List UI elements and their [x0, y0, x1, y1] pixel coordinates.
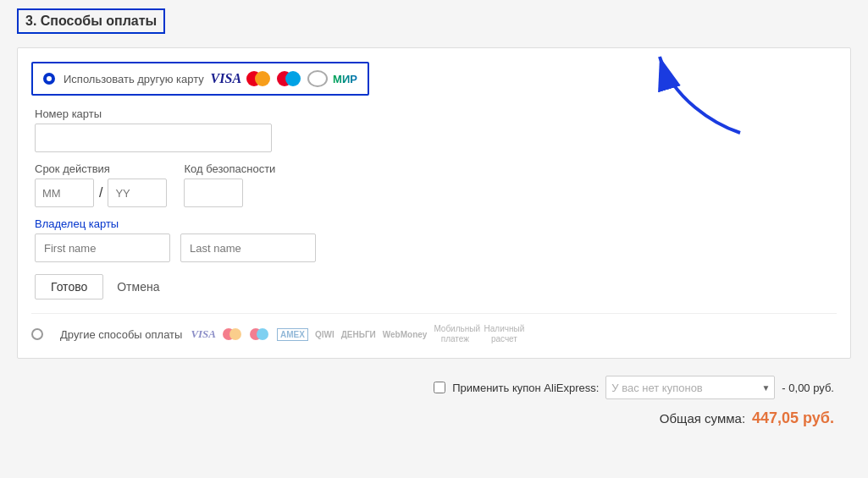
other-mobile-icon: Мобильный платеж — [434, 324, 476, 344]
maestro-icon — [277, 70, 302, 87]
other-payment-label: Другие способы оплаты — [60, 328, 182, 341]
cardholder-label: Владелец карты — [35, 217, 837, 230]
expiry-group: Срок действия / — [35, 162, 167, 207]
bottom-section: Применить купон AliExpress: У вас нет ку… — [17, 376, 851, 427]
card-icons-group: VISA МИР — [211, 70, 357, 87]
other-webmoney-icon: WebMoney — [383, 330, 428, 339]
total-value: 447,05 руб. — [752, 409, 834, 427]
other-cash-icon: Наличный расчет — [483, 324, 525, 344]
total-row: Общая сумма: 447,05 руб. — [660, 409, 834, 427]
use-other-card-option[interactable]: Использовать другую карту VISA МИР — [31, 62, 369, 96]
diners-icon — [307, 70, 328, 87]
other-maestro-icon — [250, 327, 270, 341]
first-name-input[interactable] — [35, 234, 170, 262]
coupon-label: Применить купон AliExpress: — [452, 382, 599, 394]
cvv-label: Код безопасности — [184, 162, 275, 175]
name-row — [35, 234, 837, 262]
cancel-button[interactable]: Отмена — [117, 280, 159, 294]
cvv-input[interactable] — [184, 179, 243, 207]
coupon-value: - 0,00 руб. — [782, 382, 834, 394]
other-payment-radio[interactable] — [31, 328, 43, 340]
section-title: 3. Способы оплаты — [17, 8, 165, 34]
other-payment-row[interactable]: Другие способы оплаты VISA AMEX QIWI ДЕН… — [31, 313, 837, 344]
other-amex-icon: AMEX — [277, 328, 308, 341]
payment-panel: Использовать другую карту VISA МИР Номер… — [17, 47, 851, 359]
expiry-label: Срок действия — [35, 162, 167, 175]
coupon-select[interactable]: У вас нет купонов — [605, 376, 775, 399]
coupon-checkbox[interactable] — [434, 382, 445, 393]
coupon-select-wrapper: У вас нет купонов ▼ — [605, 376, 775, 399]
total-label: Общая сумма: — [660, 411, 745, 426]
expiry-month-input[interactable] — [35, 179, 94, 207]
expiry-inputs: / — [35, 179, 167, 207]
other-mastercard-icon — [223, 327, 243, 341]
page-container: 3. Способы оплаты Использовать другую ка… — [0, 0, 868, 478]
mastercard-icon — [246, 70, 272, 87]
expiry-separator: / — [99, 185, 102, 201]
other-edengi-icon: ДЕНЬГИ — [341, 330, 376, 339]
last-name-input[interactable] — [180, 234, 316, 262]
expiry-year-input[interactable] — [108, 179, 167, 207]
use-other-card-radio[interactable] — [43, 73, 55, 85]
visa-icon: VISA — [211, 71, 241, 86]
other-visa-icon: VISA — [191, 327, 216, 341]
ready-button[interactable]: Готово — [35, 274, 103, 299]
card-number-input[interactable] — [35, 124, 272, 152]
use-other-card-label: Использовать другую карту — [64, 73, 204, 85]
other-payment-icons: VISA AMEX QIWI ДЕНЬГИ WebMoney Мобильный… — [191, 324, 525, 344]
card-number-label: Номер карты — [35, 107, 837, 120]
coupon-row: Применить купон AliExpress: У вас нет ку… — [434, 376, 834, 399]
cvv-group: Код безопасности — [184, 162, 275, 207]
card-form: Номер карты Срок действия / Код безопасн… — [31, 107, 837, 299]
other-qiwi-icon: QIWI — [315, 330, 334, 339]
mir-icon: МИР — [333, 73, 357, 85]
expiry-cvv-row: Срок действия / Код безопасности — [35, 162, 837, 207]
action-row: Готово Отмена — [35, 274, 837, 299]
